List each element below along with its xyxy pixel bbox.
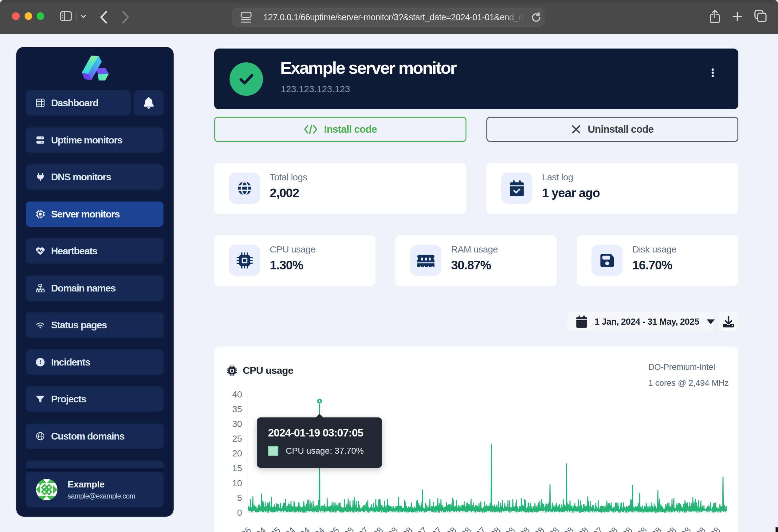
svg-text:15: 15 xyxy=(232,463,242,473)
svg-text:2024-01-26: 2024-01-26 xyxy=(215,525,253,532)
svg-text:5: 5 xyxy=(237,493,242,503)
svg-text:0: 0 xyxy=(237,508,242,518)
svg-text:30: 30 xyxy=(232,419,242,429)
svg-text:40: 40 xyxy=(232,389,242,399)
svg-text:25: 25 xyxy=(232,434,242,444)
svg-text:35: 35 xyxy=(232,404,242,414)
svg-text:10: 10 xyxy=(232,478,242,488)
svg-text:20: 20 xyxy=(232,448,242,458)
